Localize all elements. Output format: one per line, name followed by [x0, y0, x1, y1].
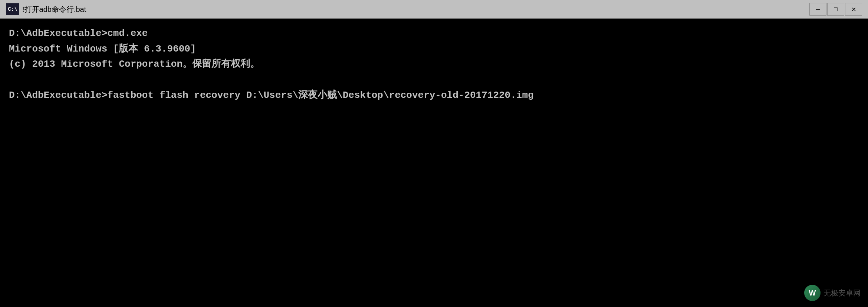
console-line-2: Microsoft Windows [版本 6.3.9600]	[9, 42, 859, 57]
cmd-icon: C:\	[6, 3, 19, 15]
console-line-4	[9, 72, 859, 88]
console-line-1: D:\AdbExecutable>cmd.exe	[9, 26, 859, 42]
title-bar-left: C:\ !打开adb命令行.bat	[6, 3, 86, 15]
window-title: !打开adb命令行.bat	[22, 4, 86, 14]
watermark-text: 无极安卓网	[823, 288, 861, 298]
watermark-logo: W	[804, 285, 821, 301]
watermark: W 无极安卓网	[804, 285, 861, 301]
minimize-button[interactable]: ─	[809, 3, 826, 16]
console-line-3: (c) 2013 Microsoft Corporation。保留所有权利。	[9, 57, 859, 72]
title-bar: C:\ !打开adb命令行.bat ─ □ ✕	[0, 0, 868, 19]
close-button[interactable]: ✕	[845, 3, 862, 16]
console-line-5: D:\AdbExecutable>fastboot flash recovery…	[9, 88, 859, 103]
console-area: D:\AdbExecutable>cmd.exe Microsoft Windo…	[0, 19, 868, 307]
cmd-window: C:\ !打开adb命令行.bat ─ □ ✕ D:\AdbExecutable…	[0, 0, 868, 307]
window-controls: ─ □ ✕	[809, 3, 862, 16]
maximize-button[interactable]: □	[827, 3, 844, 16]
